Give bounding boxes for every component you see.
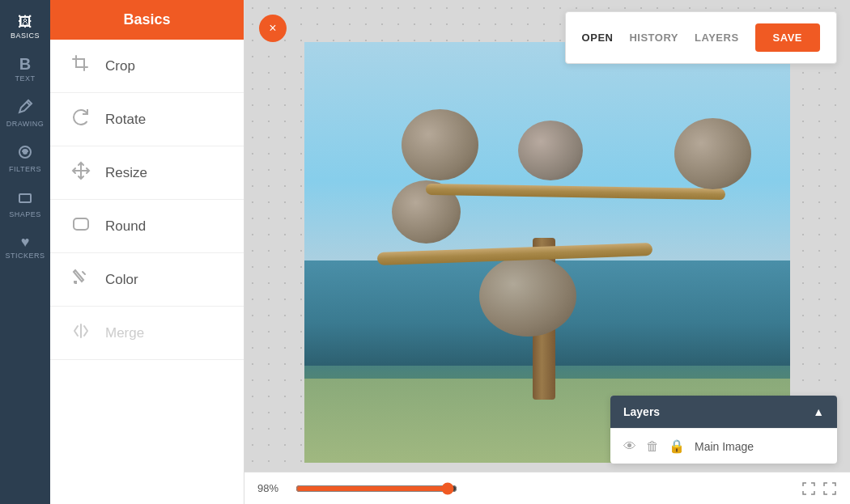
bottom-bar: 98% xyxy=(244,472,850,504)
layer-visibility-icon[interactable]: 👁 xyxy=(623,439,636,454)
rotate-icon xyxy=(70,108,92,131)
merge-icon xyxy=(70,321,92,345)
layer-name: Main Image xyxy=(695,440,824,453)
round-icon xyxy=(70,214,92,238)
top-bar: OPEN HISTORY LAYERS SAVE xyxy=(565,11,837,64)
tool-rotate[interactable]: Rotate xyxy=(50,93,244,146)
crop-icon xyxy=(70,54,92,78)
rotate-label: Rotate xyxy=(105,112,146,128)
shapes-icon xyxy=(17,189,33,208)
svg-rect-3 xyxy=(74,218,88,230)
layers-title: Layers xyxy=(623,405,660,418)
svg-point-1 xyxy=(23,150,27,154)
crop-label: Crop xyxy=(105,58,135,74)
stickers-icon: ♥ xyxy=(21,235,30,249)
round-label: Round xyxy=(105,218,146,235)
color-icon xyxy=(70,268,92,291)
text-icon: B xyxy=(19,56,31,72)
sidebar-text-label: TEXT xyxy=(15,74,35,83)
close-button[interactable]: × xyxy=(259,15,287,42)
sidebar-item-filters[interactable]: FILTERS xyxy=(0,136,50,181)
tool-resize[interactable]: Resize xyxy=(50,146,244,200)
sidebar-filters-label: FILTERS xyxy=(9,165,41,173)
zoom-label: 98% xyxy=(257,482,286,494)
sidebar-stickers-label: STICKERS xyxy=(5,252,45,260)
sidebar-item-stickers[interactable]: ♥ STICKERS xyxy=(0,227,50,268)
history-button[interactable]: HISTORY xyxy=(629,32,678,44)
layers-chevron-icon[interactable]: ▲ xyxy=(813,405,824,418)
resize-label: Resize xyxy=(105,165,147,181)
layers-button[interactable]: LAYERS xyxy=(695,32,739,44)
canvas-area: × OPEN HISTORY LAYERS SAVE L xyxy=(244,0,850,504)
tool-color[interactable]: Color xyxy=(50,253,244,307)
layers-header: Layers ▲ xyxy=(610,396,837,428)
sidebar-item-drawing[interactable]: DRAWING xyxy=(0,91,50,136)
sidebar: 🖼 BASICS B TEXT DRAWING FILTERS xyxy=(0,0,50,504)
tool-round[interactable]: Round xyxy=(50,200,244,253)
layer-item-main: 👁 🗑 🔒 Main Image xyxy=(610,428,837,464)
sidebar-item-text[interactable]: B TEXT xyxy=(0,48,50,91)
sidebar-shapes-label: SHAPES xyxy=(9,210,41,218)
sidebar-drawing-label: DRAWING xyxy=(6,120,45,128)
fullscreen-icons[interactable] xyxy=(801,481,837,496)
tool-crop[interactable]: Crop xyxy=(50,40,244,93)
layer-delete-icon[interactable]: 🗑 xyxy=(646,439,659,454)
tools-panel: Basics Crop Rotate Resize xyxy=(50,0,244,504)
color-label: Color xyxy=(105,272,138,288)
tools-header: Basics xyxy=(50,0,244,40)
layers-panel: Layers ▲ 👁 🗑 🔒 Main Image xyxy=(610,396,837,464)
sidebar-basics-label: BASICS xyxy=(11,32,40,40)
save-button[interactable]: SAVE xyxy=(755,23,820,52)
zoom-slider[interactable] xyxy=(295,482,457,495)
filters-icon xyxy=(17,144,33,163)
basics-icon: 🖼 xyxy=(18,15,32,29)
merge-label: Merge xyxy=(105,325,144,341)
open-button[interactable]: OPEN xyxy=(582,32,614,44)
sidebar-item-basics[interactable]: 🖼 BASICS xyxy=(0,6,50,48)
layer-lock-icon[interactable]: 🔒 xyxy=(669,438,685,454)
svg-rect-2 xyxy=(19,194,31,202)
sidebar-item-shapes[interactable]: SHAPES xyxy=(0,181,50,227)
drawing-icon xyxy=(17,99,33,117)
resize-icon xyxy=(70,161,92,184)
tool-merge[interactable]: Merge xyxy=(50,307,244,360)
